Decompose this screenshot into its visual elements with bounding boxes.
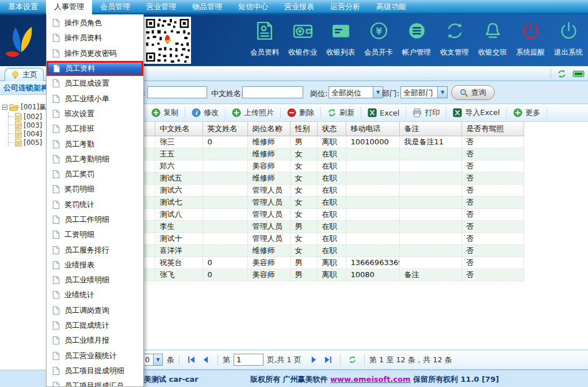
menu-option-操作员资料[interactable]: 操作员资料 — [47, 30, 143, 45]
toolbar-button-导入Excel[interactable]: 导入Excel — [446, 107, 506, 118]
table-row[interactable]: 郑六美容师女在职否 — [109, 160, 524, 172]
table-cell: 测试五 — [155, 172, 203, 184]
header-tool-退出系统[interactable]: 退出系统 — [549, 20, 587, 58]
table-cell — [399, 160, 461, 172]
table-row[interactable]: 测试八管理人员女在职否 — [109, 208, 524, 220]
header-tool-会员开卡[interactable]: ¥会员开卡 — [360, 20, 398, 58]
menu-item-4[interactable]: 营业管理 — [138, 0, 184, 14]
menu-option-奖罚统计[interactable]: 奖罚统计 — [47, 197, 143, 212]
tab-home[interactable]: 主页 — [5, 68, 44, 81]
divider — [340, 354, 341, 366]
table-cell: 否 — [461, 220, 524, 232]
toolbar-button-Excel[interactable]: Excel — [361, 107, 406, 118]
header-tool-帐户管理[interactable]: 帐户管理 — [398, 20, 436, 58]
code-input[interactable] — [147, 86, 207, 98]
position-select[interactable]: 全部岗位 ▼ — [329, 86, 383, 98]
toolbar-button-打印[interactable]: 打印 — [406, 107, 446, 118]
menu-option-员工排班[interactable]: 员工排班 — [47, 121, 143, 136]
menu-option-员工服务排行[interactable]: 员工服务排行 — [47, 242, 143, 257]
collapse-panel-icon[interactable] — [572, 70, 585, 78]
menu-item-7[interactable]: 营业报表 — [276, 0, 322, 14]
menu-item-3[interactable]: 会员管理 — [92, 0, 138, 14]
emeisoft-link[interactable]: www.emeisoft.com — [330, 375, 410, 384]
menu-page-icon — [52, 49, 60, 58]
refresh-grid-icon[interactable] — [348, 355, 357, 364]
toolbar-button-上传照片[interactable]: 上传照片 — [226, 107, 281, 118]
chinese-name-label: 中文姓名: — [211, 89, 243, 99]
menu-option-员工业绩明细[interactable]: 员工业绩明细 — [47, 273, 143, 288]
header-tool-收银作业[interactable]: ¥收银作业 — [284, 20, 322, 58]
table-cell: 测试七 — [155, 196, 203, 208]
page-number-input[interactable] — [234, 354, 264, 366]
column-header-岗位名称[interactable]: 岗位名称 — [247, 122, 290, 136]
table-row[interactable]: 王五维修师女在职否 — [109, 148, 524, 160]
first-page-button[interactable] — [187, 355, 196, 364]
table-cell: 否 — [461, 136, 524, 148]
menu-option-员工业绩小单[interactable]: 员工业绩小单 — [47, 91, 143, 106]
table-row[interactable]: 张飞0美容师男离职10080备注否 — [109, 269, 524, 281]
menu-option-操作员角色[interactable]: 操作员角色 — [47, 16, 143, 30]
menu-option-员工工作明细[interactable]: 员工工作明细 — [47, 212, 143, 227]
table-cell: 李生 — [155, 220, 203, 232]
menu-option-员工业绩月报[interactable]: 员工业绩月报 — [47, 333, 143, 348]
toolbar-button-刷新[interactable]: 刷新 — [321, 107, 361, 118]
toolbar-button-复制[interactable]: 复制 — [145, 107, 185, 118]
menu-option-奖罚明细[interactable]: 奖罚明细 — [47, 182, 143, 197]
prev-page-button[interactable] — [201, 355, 210, 364]
header-tool-会员资料[interactable]: 会员资料 — [246, 20, 284, 58]
menu-item-9[interactable]: 高级功能 — [368, 0, 414, 14]
table-row[interactable]: 测试五维修师女在职否 — [109, 172, 524, 184]
menu-item-2[interactable]: 人事管理 — [46, 0, 92, 14]
table-row[interactable]: 测试七管理人员女在职否 — [109, 196, 524, 208]
column-header-性别[interactable]: 性别 — [290, 122, 317, 136]
menu-option-业绩报表[interactable]: 业绩报表 — [47, 258, 143, 273]
header-tool-收银交班[interactable]: 收银交班 — [474, 20, 511, 58]
column-header-移动电话[interactable]: 移动电话 — [346, 122, 399, 136]
table-row[interactable]: 张三0维修师男离职10010000我是备注11否 — [109, 136, 524, 148]
column-header-备注[interactable]: 备注 — [399, 122, 461, 136]
menu-option-员工资料[interactable]: 员工资料 — [47, 61, 143, 76]
menu-option-员工项目提成明细[interactable]: 员工项目提成明细 — [47, 363, 143, 378]
menu-option-业绩统计[interactable]: 业绩统计 — [47, 288, 143, 302]
menu-option-员工调岗查询[interactable]: 员工调岗查询 — [47, 303, 143, 318]
table-row[interactable]: 测试六管理人员女在职否 — [109, 184, 524, 196]
menu-item-5[interactable]: 物品管理 — [184, 0, 230, 14]
menu-item-6[interactable]: 短信中心 — [230, 0, 276, 14]
page-size-select[interactable]: 0 ▼ — [141, 354, 163, 366]
menu-option-员工项目提成汇总[interactable]: 员工项目提成汇总 — [47, 378, 143, 387]
column-header-状态[interactable]: 状态 — [317, 122, 346, 136]
header-tool-系统提醒[interactable]: 系统提醒 — [511, 20, 549, 58]
last-page-button[interactable] — [324, 355, 333, 364]
menu-option-员工考勤明细[interactable]: 员工考勤明细 — [47, 152, 143, 167]
menu-option-员工提成统计[interactable]: 员工提成统计 — [47, 318, 143, 333]
menu-item-1[interactable]: 基本设置 — [0, 0, 46, 14]
header-tool-收支管理[interactable]: 收支管理 — [436, 20, 474, 58]
menu-option-班次设置[interactable]: 班次设置 — [47, 106, 143, 121]
refresh-tabs-icon[interactable] — [557, 69, 567, 79]
department-select[interactable]: 全部部门 ▼ — [400, 86, 448, 98]
header-tool-label: 会员开卡 — [364, 48, 393, 58]
menu-item-8[interactable]: 运营分析 — [322, 0, 368, 14]
tree-expander-icon[interactable] — [2, 105, 7, 110]
menu-option-工资明细[interactable]: 工资明细 — [47, 227, 143, 242]
toolbar-button-删除[interactable]: 删除 — [281, 107, 321, 118]
column-header-中文姓名[interactable]: 中文姓名 — [155, 122, 203, 136]
header-tool-收银列表[interactable]: 收银列表 — [322, 20, 360, 58]
next-page-button[interactable] — [310, 355, 318, 364]
table-row[interactable]: 祝英台0美容师男离职13666963369否 — [109, 256, 524, 269]
query-button[interactable]: 查询 — [451, 85, 495, 100]
table-row[interactable]: 李生管理人员男在职否 — [109, 220, 524, 232]
toolbar-button-更多[interactable]: 更多 — [507, 107, 547, 118]
menu-option-员工奖罚[interactable]: 员工奖罚 — [47, 167, 143, 182]
menu-page-icon — [52, 290, 60, 300]
chinese-name-input[interactable] — [242, 86, 303, 98]
toolbar-button-修改[interactable]: i修改 — [185, 107, 226, 118]
column-header-英文姓名[interactable]: 英文姓名 — [203, 122, 247, 136]
table-row[interactable]: 喜洋洋维修师女在职否 — [109, 244, 524, 256]
table-row[interactable]: 测试十管理人员女在职否 — [109, 232, 524, 244]
column-header-是否有驾照[interactable]: 是否有驾照 — [461, 122, 524, 136]
menu-option-员工提成设置[interactable]: 员工提成设置 — [47, 76, 143, 91]
menu-option-操作员更改密码[interactable]: 操作员更改密码 — [47, 46, 143, 61]
menu-option-员工营业额统计[interactable]: 员工营业额统计 — [47, 348, 143, 363]
menu-option-员工考勤[interactable]: 员工考勤 — [47, 136, 143, 151]
